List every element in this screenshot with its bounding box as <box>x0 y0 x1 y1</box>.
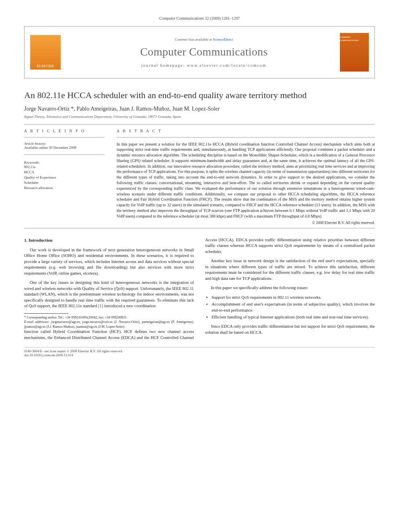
contents-prefix: Contents lists available at <box>175 37 213 41</box>
info-rule-2 <box>24 154 105 155</box>
body-paragraph: In this paper we specifically address th… <box>205 285 375 291</box>
email-label: E-mail addresses: <box>24 320 49 324</box>
list-item: Support for strict QoS requirements in 8… <box>212 295 375 300</box>
article-title: An 802.11e HCCA scheduler with an end-to… <box>24 90 375 101</box>
section-1-heading: 1. Introduction <box>24 237 194 243</box>
email-addresses: E-mail addresses: jorgenavarro@ugr.es, j… <box>24 320 194 329</box>
page-footer: 0140-3664/$ - see front matter © 2008 El… <box>24 347 375 357</box>
front-matter-line: 0140-3664/$ - see front matter © 2008 El… <box>24 349 375 353</box>
article-info-column: A R T I C L E I N F O Article history: A… <box>24 129 105 225</box>
journal-header-box: ELSEVIER Contents lists available at Sci… <box>24 26 375 78</box>
contents-availability: Contents lists available at ScienceDirec… <box>68 37 340 41</box>
info-abstract-row: A R T I C L E I N F O Article history: A… <box>24 129 375 225</box>
list-item: Efficient handling of typical Internet a… <box>212 314 375 320</box>
authors-line: Jorge Navarro-Ortiz *, Pablo Ameigeiras,… <box>24 106 375 112</box>
footnotes: * Corresponding author. Tel.: +34 958241… <box>24 315 194 329</box>
body-columns: 1. Introduction Our work is developed in… <box>24 237 375 341</box>
keyword: 802.11e <box>24 164 105 170</box>
body-paragraph: Our work is developed in the framework o… <box>24 247 194 276</box>
doi-line: doi:10.1016/j.comcom.2008.12.014 <box>24 353 375 357</box>
sciencedirect-link[interactable]: ScienceDirect <box>213 37 233 41</box>
reference-link-1[interactable]: [1] <box>98 304 103 308</box>
body-paragraph: Since EDCA only provides traffic differe… <box>205 324 375 335</box>
elsevier-logo: ELSEVIER <box>30 35 61 70</box>
keywords-label: Keywords: <box>24 160 105 164</box>
body-paragraph: Another key issue in network design is t… <box>205 258 375 281</box>
abstract-column: A B S T R A C T In this paper we present… <box>117 129 375 225</box>
header-citation: Computer Communications 32 (2009) 1281–1… <box>24 16 375 21</box>
journal-name: Computer Communications <box>68 45 340 58</box>
email-list: jorgenavarro@ugr.es, jorge.navarro@coit.… <box>24 320 194 328</box>
journal-center: Contents lists available at ScienceDirec… <box>68 37 340 68</box>
body-text: introduced a new coordination <box>103 304 156 308</box>
journal-cover-thumb: computer communications <box>340 33 369 72</box>
info-rule-1 <box>24 137 105 138</box>
footnote-rule <box>24 313 68 314</box>
keyword: Quality of Experience <box>24 175 105 180</box>
issues-list: Support for strict QoS requirements in 8… <box>212 295 375 320</box>
abstract-rule <box>117 137 375 138</box>
abstract-heading: A B S T R A C T <box>117 129 375 133</box>
corresponding-author: * Corresponding author. Tel.: +34 958241… <box>24 315 194 320</box>
keyword: Resource allocation <box>24 185 105 191</box>
history-line: Available online 30 December 2008 <box>24 146 105 150</box>
affiliation: Signal Theory, Telematics and Communicat… <box>24 115 375 119</box>
body-paragraph: One of the key issues in designing this … <box>24 280 194 309</box>
abstract-copyright: © 2008 Elsevier B.V. All rights reserved… <box>117 221 375 225</box>
list-item: Accomplishment of end user's expectation… <box>212 302 375 313</box>
keyword: Scheduler <box>24 180 105 185</box>
bottom-rule <box>24 228 375 228</box>
history-label: Article history: <box>24 142 105 146</box>
abstract-text: In this paper we present a solution for … <box>117 142 375 219</box>
top-rule <box>24 124 375 125</box>
keyword: HCCA <box>24 170 105 175</box>
article-info-heading: A R T I C L E I N F O <box>24 129 105 133</box>
journal-homepage: journal homepage: www.elsevier.com/locat… <box>68 63 340 68</box>
